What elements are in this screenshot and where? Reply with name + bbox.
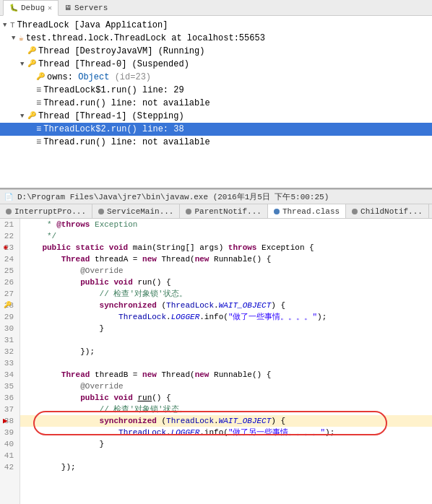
tab-dot-4	[352, 209, 358, 214]
tree-label-vm: test.thread.lock.ThreadLock at localhost…	[26, 32, 265, 45]
linenum-28: 🔑 28	[3, 300, 17, 311]
code-line-23: public static void main(String[] args) t…	[20, 242, 432, 253]
linenum-37: 37	[3, 404, 17, 415]
tree-label-frame3: Thread.run() line: not available	[43, 136, 209, 149]
code-line-35: @Override	[20, 381, 432, 392]
frame-icon-3: ≡	[36, 136, 41, 149]
tree-item-thread1[interactable]: ▼ 🔑 Thread [Thread-1] (Stepping)	[0, 110, 432, 123]
close-icon[interactable]: ✕	[48, 4, 52, 12]
linenum-25: 25	[3, 265, 17, 277]
tree-arrow-0: ▼	[3, 19, 10, 32]
tree-label-destroy: Thread [DestroyJavaVM] (Running)	[38, 45, 204, 58]
code-line-37: // 检查'对象锁'状态。	[20, 404, 432, 415]
frame-icon-2: ≡	[36, 123, 41, 136]
linenum-41: 41	[3, 450, 17, 461]
tab-label-4: ChildNotif...	[360, 207, 423, 216]
tab-dot-1	[98, 209, 104, 214]
code-line-33	[20, 357, 432, 369]
tab-label-2: ParentNotif...	[194, 207, 261, 216]
code-line-34: Thread threadB = new Thread(new Runnable…	[20, 369, 432, 381]
tree-label-app: ThreadLock [Java Application]	[17, 19, 168, 32]
tab-debug-label: Debug	[21, 4, 45, 12]
code-editor: 21 22 ◉ 23 24 25 26 27 🔑 28 29 30 31 32 …	[0, 219, 432, 504]
code-lines-container: 21 22 ◉ 23 24 25 26 27 🔑 28 29 30 31 32 …	[0, 219, 432, 504]
linenum-24: 24	[3, 253, 17, 265]
status-text: D:\Program Files\Java\jre7\bin\javaw.exe…	[17, 193, 329, 201]
tree-item-frame0[interactable]: ≡ ThreadLock$1.run() line: 29	[0, 84, 432, 97]
linenum-26: 26	[3, 277, 17, 288]
code-line-31	[20, 334, 432, 346]
tab-parent[interactable]: ParentNotif...	[180, 204, 267, 219]
tree-item-thread0[interactable]: ▼ 🔑 Thread [Thread-0] (Suspended)	[0, 58, 432, 71]
key-icon-0: 🔑	[27, 45, 36, 58]
line-numbers: 21 22 ◉ 23 24 25 26 27 🔑 28 29 30 31 32 …	[0, 219, 20, 504]
path-icon: 📄	[4, 194, 17, 201]
code-content: * @throws Exception */ public static voi…	[20, 219, 432, 504]
editor-tabs: InterruptPro... ServiceMain... ParentNot…	[0, 204, 432, 219]
debug-panel: ▼ T ThreadLock [Java Application] ▼ ☕ te…	[0, 16, 432, 189]
app-icon: T	[10, 19, 15, 32]
tree-item-app[interactable]: ▼ T ThreadLock [Java Application]	[0, 19, 432, 32]
linenum-35: 35	[3, 381, 17, 392]
tab-label-3: Thread.class	[282, 207, 340, 216]
code-line-39: ThreadLock.LOGGER.info("做了另一些事情。。。。");	[20, 427, 432, 438]
code-line-27: // 检查'对象锁'状态。	[20, 288, 432, 300]
linenum-32: 32	[3, 346, 17, 357]
tab-service[interactable]: ServiceMain...	[92, 204, 180, 219]
tab-label-1: ServiceMain...	[107, 207, 173, 216]
tab-child[interactable]: ChildNotif...	[346, 204, 429, 219]
code-line-26: public void run() {	[20, 277, 432, 288]
code-line-30: }	[20, 323, 432, 334]
tab-dot-3	[274, 209, 280, 214]
servers-icon: 🖥	[64, 4, 72, 12]
debug-icon: 🐛	[9, 4, 18, 12]
linenum-29: 29	[3, 311, 17, 323]
tree-arrow-7: ▼	[20, 110, 27, 123]
tab-label-0: InterruptPro...	[14, 207, 86, 216]
tree-label-thread1: Thread [Thread-1] (Stepping)	[38, 110, 184, 123]
code-line-25: @Override	[20, 265, 432, 277]
linenum-27: 27	[3, 288, 17, 300]
tree-item-frame3[interactable]: ≡ Thread.run() line: not available	[0, 136, 432, 149]
tree-label-frame0: ThreadLock$1.run() line: 29	[43, 84, 183, 97]
vm-icon: ☕	[19, 32, 24, 45]
linenum-22: 22	[3, 230, 17, 242]
code-line-21: * @throws Exception	[20, 219, 432, 230]
tree-item-frame2-selected[interactable]: ≡ ThreadLock$2.run() line: 38	[0, 123, 432, 136]
key-icon-2: 🔑	[36, 71, 45, 84]
tree-item-vm[interactable]: ▼ ☕ test.thread.lock.ThreadLock at local…	[0, 32, 432, 45]
top-tab-bar: 🐛 Debug ✕ 🖥 Servers	[0, 0, 432, 16]
key-icon-1: 🔑	[27, 58, 36, 71]
tree-item-destroy[interactable]: 🔑 Thread [DestroyJavaVM] (Running)	[0, 45, 432, 58]
tab-dot-2	[186, 209, 191, 214]
linenum-33: 33	[3, 357, 17, 369]
code-line-28: synchronized (ThreadLock.WAIT_OBJECT) {	[20, 300, 432, 311]
linenum-36: 36	[3, 392, 17, 404]
tree-arrow-1: ▼	[12, 32, 19, 45]
code-line-22: */	[20, 230, 432, 242]
code-line-38: synchronized (ThreadLock.WAIT_OBJECT) {	[20, 415, 432, 427]
tab-thread[interactable]: Thread.class	[268, 204, 346, 219]
tab-servers-label: Servers	[74, 4, 108, 12]
code-line-32: });	[20, 346, 432, 357]
tree-label-owns: owns: Object (id=23)	[47, 71, 151, 84]
tree-item-frame1[interactable]: ≡ Thread.run() line: not available	[0, 97, 432, 110]
frame-icon-0: ≡	[36, 84, 41, 97]
tab-debug[interactable]: 🐛 Debug ✕	[3, 0, 59, 16]
key-icon-3: 🔑	[27, 110, 36, 123]
tab-dot-0	[6, 209, 12, 214]
tree-item-owns[interactable]: 🔑 owns: Object (id=23)	[0, 71, 432, 84]
linenum-31: 31	[3, 334, 17, 346]
code-line-40: }	[20, 438, 432, 450]
linenum-42: 42	[3, 461, 17, 473]
tab-servers[interactable]: 🖥 Servers	[59, 0, 113, 16]
linenum-40: 40	[3, 438, 17, 450]
tree-label-frame2: ThreadLock$2.run() line: 38	[43, 123, 183, 136]
tree-label-frame1: Thread.run() line: not available	[43, 97, 209, 110]
tree-label-thread0: Thread [Thread-0] (Suspended)	[38, 58, 189, 71]
linenum-38: ▶ 38	[3, 415, 17, 427]
linenum-39: 39	[3, 427, 17, 438]
debug-tree: ▼ T ThreadLock [Java Application] ▼ ☕ te…	[0, 16, 432, 152]
code-line-36: public void run() {	[20, 392, 432, 404]
tab-interrupt[interactable]: InterruptPro...	[0, 204, 92, 219]
